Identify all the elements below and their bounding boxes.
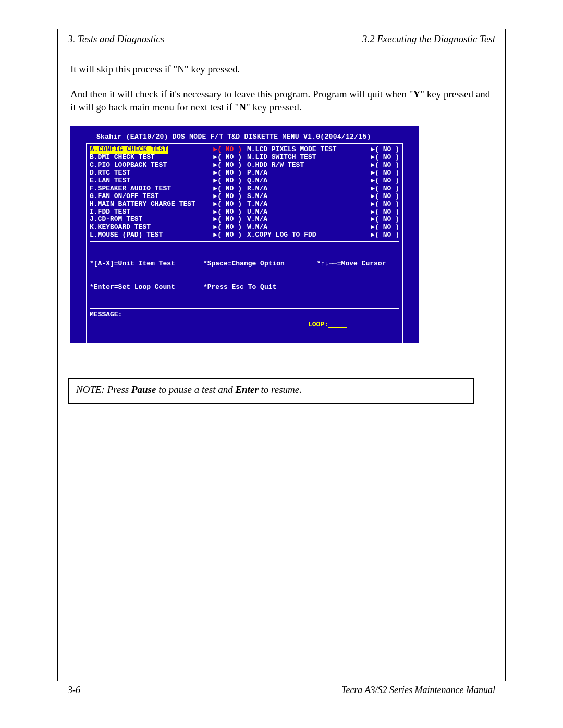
menu-item-label: S.N/A — [247, 193, 371, 201]
separator — [90, 241, 399, 242]
loop-row: LOOP: — [90, 321, 399, 328]
menu-item-label: P.N/A — [247, 169, 371, 177]
menu-item-q: Q.N/A▶( NO ) — [247, 177, 399, 185]
header-left: 3. Tests and Diagnostics — [68, 33, 164, 45]
menu-item-v: V.N/A▶( NO ) — [247, 216, 399, 224]
menu-item-label: X.COPY LOG TO FDD — [247, 231, 371, 239]
menu-item-label: T.N/A — [247, 201, 371, 208]
page-footer: 3-6 Tecra A3/S2 Series Maintenance Manua… — [68, 685, 495, 696]
p2-post: " key pressed. — [246, 102, 301, 113]
menu-item-o: O.HDD R/W TEST▶( NO ) — [247, 162, 399, 169]
loop-label: LOOP: — [308, 320, 328, 328]
p2-pre: And then it will check if it's necessary… — [70, 89, 413, 100]
menu-item-t: T.N/A▶( NO ) — [247, 201, 399, 208]
menu-item-value: ▶( NO ) — [371, 224, 399, 231]
menu-item-value: ▶( NO ) — [371, 162, 399, 169]
menu-item-value: ▶( NO ) — [213, 193, 242, 201]
help-line: *Press Esc To Quit — [203, 283, 312, 291]
help-grid: *[A-X]=Unit Item Test *Enter=Set Loop Co… — [90, 244, 399, 307]
menu-item-value: ▶( NO ) — [371, 231, 399, 239]
menu-item-c: C.PIO LOOPBACK TEST▶( NO ) — [90, 162, 242, 169]
help-col-1: *[A-X]=Unit Item Test *Enter=Set Loop Co… — [90, 244, 198, 307]
menu-item-w: W.N/A▶( NO ) — [247, 224, 399, 231]
menu-item-j: J.CD-ROM TEST▶( NO ) — [90, 216, 242, 224]
menu-item-label: M.LCD PIXELS MODE TEST — [247, 146, 371, 154]
menu-item-label: H.MAIN BATTERY CHARGE TEST — [90, 201, 213, 208]
menu-item-value: ▶( NO ) — [213, 224, 242, 231]
help-line: *[A-X]=Unit Item Test — [90, 260, 198, 268]
menu-item-i: I.FDD TEST▶( NO ) — [90, 208, 242, 216]
note-bold-1: Pause — [131, 384, 156, 395]
menu-item-label: W.N/A — [247, 224, 371, 231]
menu-item-value: ▶( NO ) — [371, 193, 399, 201]
message-label: MESSAGE: — [90, 311, 122, 318]
menu-item-label: U.N/A — [247, 208, 371, 216]
page-header: 3. Tests and Diagnostics 3.2 Executing t… — [68, 33, 495, 45]
menu-item-g: G.FAN ON/OFF TEST▶( NO ) — [90, 193, 242, 201]
menu-item-value: ▶( NO ) — [213, 216, 242, 224]
menu-item-value: ▶( NO ) — [371, 216, 399, 224]
help-line: *Enter=Set Loop Count — [90, 283, 198, 291]
note-text-3: to resume. — [259, 384, 302, 395]
p2-y: Y — [413, 89, 421, 100]
menu-item-e: E.LAN TEST▶( NO ) — [90, 177, 242, 185]
menu-item-value: ▶( NO ) — [213, 208, 242, 216]
menu-col-right: M.LCD PIXELS MODE TEST▶( NO ) N.LID SWIT… — [247, 146, 399, 239]
menu-item-p: P.N/A▶( NO ) — [247, 169, 399, 177]
help-col-3: *↑↓→←=Move Cursor — [317, 244, 399, 307]
note-text-1: Press — [105, 384, 131, 395]
menu-item-label: L.MOUSE (PAD) TEST — [90, 231, 213, 239]
menu-item-value: ▶( NO ) — [213, 201, 242, 208]
help-col-2: *Space=Change Option *Press Esc To Quit — [203, 244, 312, 307]
menu-item-value: ▶( NO ) — [371, 169, 399, 177]
menu-item-label: I.FDD TEST — [90, 208, 213, 216]
paragraph-1: It will skip this process if "N" key pre… — [70, 63, 493, 76]
footer-manual-title: Tecra A3/S2 Series Maintenance Manual — [341, 685, 495, 696]
menu-item-s: S.N/A▶( NO ) — [247, 193, 399, 201]
menu-item-label: G.FAN ON/OFF TEST — [90, 193, 213, 201]
loop-value-underline — [328, 327, 347, 328]
message-row: MESSAGE: — [90, 311, 399, 318]
menu-item-label: N.LID SWITCH TEST — [247, 154, 371, 162]
menu-item-x: X.COPY LOG TO FDD▶( NO ) — [247, 231, 399, 239]
separator — [90, 308, 399, 309]
dos-menu-screenshot: Skahir (EAT10/20) DOS MODE F/T T&D DISKE… — [70, 126, 419, 343]
help-line: *↑↓→←=Move Cursor — [317, 260, 399, 268]
header-right: 3.2 Executing the Diagnostic Test — [362, 33, 495, 45]
note-text-2: to pause a test and — [156, 384, 235, 395]
menu-item-label: B.DMI CHECK TEST — [90, 154, 213, 162]
note-prefix: NOTE: — [76, 384, 105, 395]
menu-item-u: U.N/A▶( NO ) — [247, 208, 399, 216]
menu-item-value: ▶( NO ) — [371, 154, 399, 162]
menu-grid: A.CONFIG CHECK TEST ▶( NO ) B.DMI CHECK … — [90, 146, 399, 239]
menu-item-value: ▶( NO ) — [213, 231, 242, 239]
menu-item-value: ▶( NO ) — [213, 154, 242, 162]
body-text: It will skip this process if "N" key pre… — [70, 63, 493, 126]
menu-item-value: ▶( NO ) — [213, 185, 242, 193]
paragraph-2: And then it will check if it's necessary… — [70, 88, 493, 114]
menu-item-label: C.PIO LOOPBACK TEST — [90, 162, 213, 169]
menu-item-label: V.N/A — [247, 216, 371, 224]
menu-box: A.CONFIG CHECK TEST ▶( NO ) B.DMI CHECK … — [86, 143, 403, 362]
menu-item-label: D.RTC TEST — [90, 169, 213, 177]
menu-item-h: H.MAIN BATTERY CHARGE TEST▶( NO ) — [90, 201, 242, 208]
menu-item-value: ▶( NO ) — [371, 185, 399, 193]
message-area-spacer — [90, 328, 399, 359]
menu-item-a: A.CONFIG CHECK TEST ▶( NO ) — [90, 146, 242, 154]
menu-item-f: F.SPEAKER AUDIO TEST▶( NO ) — [90, 185, 242, 193]
menu-item-m: M.LCD PIXELS MODE TEST▶( NO ) — [247, 146, 399, 154]
menu-item-value: ▶( NO ) — [213, 162, 242, 169]
menu-item-value: ▶( NO ) — [213, 177, 242, 185]
note-bold-2: Enter — [235, 384, 258, 395]
page: 3. Tests and Diagnostics 3.2 Executing t… — [0, 0, 563, 728]
menu-item-value: ▶( NO ) — [213, 146, 242, 154]
menu-item-l: L.MOUSE (PAD) TEST▶( NO ) — [90, 231, 242, 239]
menu-item-label: Q.N/A — [247, 177, 371, 185]
menu-item-k: K.KEYBOARD TEST▶( NO ) — [90, 224, 242, 231]
menu-item-label: F.SPEAKER AUDIO TEST — [90, 185, 213, 193]
menu-item-value: ▶( NO ) — [371, 201, 399, 208]
help-line: *Space=Change Option — [203, 260, 312, 268]
menu-item-label: R.N/A — [247, 185, 371, 193]
note-box: NOTE: Press Pause to pause a test and En… — [68, 378, 474, 404]
menu-item-label: E.LAN TEST — [90, 177, 213, 185]
